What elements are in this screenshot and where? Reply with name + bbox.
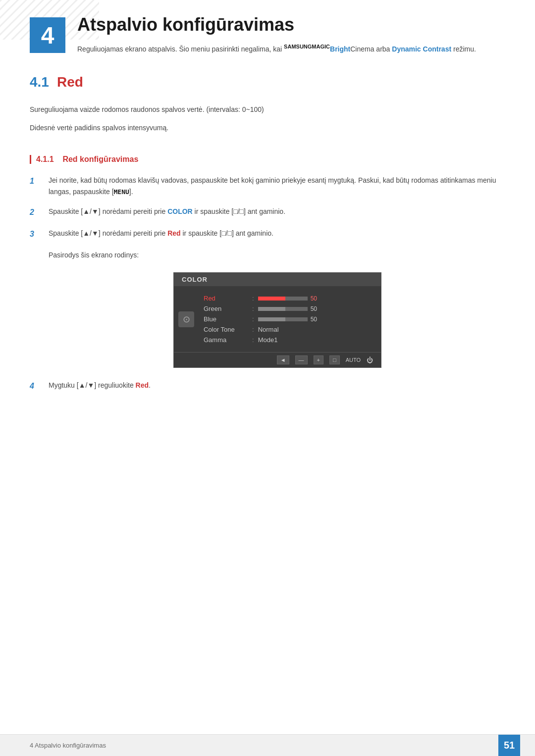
bright-link: Bright bbox=[330, 45, 350, 52]
chapter-desc-part1: Reguliuojamas ekrano atspalvis. Šio meni… bbox=[77, 45, 284, 52]
green-item-name: Green bbox=[204, 305, 248, 312]
section-title: 4.1 Red bbox=[30, 74, 505, 90]
steps-container: 1 Jei norite, kad būtų rodomas klavišų v… bbox=[0, 175, 535, 392]
step-2-text: Spauskite [▲/▼] norėdami pereiti prie CO… bbox=[49, 206, 505, 217]
subsection-number: 4.1.1 bbox=[36, 155, 54, 163]
step-4-text: Mygtuku [▲/▼] reguliuokite Red. bbox=[49, 380, 505, 391]
red-link-step4: Red bbox=[136, 381, 149, 389]
section-body: Sureguliuojama vaizde rodomos raudonos s… bbox=[30, 104, 505, 135]
color-tone-item-name: Color Tone bbox=[204, 326, 248, 333]
blue-item-name: Blue bbox=[204, 315, 248, 323]
subsection-title: 4.1.1 Red konfigūravimas bbox=[30, 155, 505, 164]
color-menu-header: COLOR bbox=[174, 273, 381, 286]
gamma-value: Mode1 bbox=[258, 336, 278, 344]
section-4-1: 4.1 Red Sureguliuojama vaizde rodomos ra… bbox=[0, 54, 535, 135]
brand-samsung: SAMSUNG bbox=[284, 44, 312, 50]
step-2-number: 2 bbox=[30, 206, 45, 219]
color-menu-content: ⊙ Red : 50 bbox=[174, 286, 381, 352]
section-desc-1: Sureguliuojama vaizde rodomos raudonos s… bbox=[30, 104, 505, 116]
chapter-desc-part3: režimu. bbox=[451, 45, 476, 52]
menu-item-color-tone: Color Tone : Normal bbox=[199, 324, 381, 335]
gamma-sep: : bbox=[252, 336, 254, 344]
step-3: 3 Spauskite [▲/▼] norėdami pereiti prie … bbox=[30, 228, 505, 241]
step-1: 1 Jei norite, kad būtų rodomas klavišų v… bbox=[30, 175, 505, 197]
green-bar-fill bbox=[258, 307, 285, 311]
color-menu-icon: ⊙ bbox=[178, 311, 194, 327]
blue-value: 50 bbox=[311, 316, 321, 323]
menu-code: MENU bbox=[114, 188, 129, 196]
blue-bar-bg bbox=[258, 317, 308, 321]
chapter-description: Reguliuojamas ekrano atspalvis. Šio meni… bbox=[77, 43, 505, 54]
red-link-step3: Red bbox=[167, 229, 180, 237]
section-name: Red bbox=[57, 74, 83, 90]
section-desc-2: Didesnė vertė padidins spalvos intensyvu… bbox=[30, 122, 505, 134]
green-value: 50 bbox=[311, 305, 321, 312]
menu-item-gamma: Gamma : Mode1 bbox=[199, 335, 381, 345]
subsection-name: Red konfigūravimas bbox=[62, 155, 138, 163]
red-bar-fill bbox=[258, 297, 285, 301]
color-link: COLOR bbox=[167, 207, 193, 215]
menu-btn-enter: □ bbox=[329, 355, 340, 364]
chapter-desc-part2a: Cinema bbox=[350, 45, 374, 52]
menu-item-green: Green : 50 bbox=[199, 303, 381, 314]
red-bar-area: 50 bbox=[258, 295, 321, 302]
screenshot-wrapper: COLOR ⊙ Red : 50 bbox=[50, 272, 505, 368]
chapter-title-block: Atspalvio konfigūravimas Reguliuojamas e… bbox=[77, 15, 505, 54]
menu-item-blue: Blue : 50 bbox=[199, 314, 381, 324]
footer-right: 51 bbox=[498, 735, 520, 756]
chapter-number: 4 bbox=[30, 17, 65, 53]
blue-sep: : bbox=[252, 315, 254, 323]
step-3-number: 3 bbox=[30, 228, 45, 241]
menu-btn-plus: + bbox=[314, 355, 323, 364]
section-number: 4.1 bbox=[30, 74, 49, 90]
blue-bar-fill bbox=[258, 317, 285, 321]
menu-icon-col: ⊙ bbox=[174, 291, 199, 347]
red-bar-bg bbox=[258, 297, 308, 301]
step-1-number: 1 bbox=[30, 175, 45, 188]
red-value: 50 bbox=[311, 295, 321, 302]
blue-bar-area: 50 bbox=[258, 316, 321, 323]
brand-magic: MAGIC bbox=[312, 44, 330, 50]
menu-item-red: Red : 50 bbox=[199, 293, 381, 303]
menu-bottom-bar: ◄ — + □ AUTO ⏻ bbox=[174, 352, 381, 367]
step-2: 2 Spauskite [▲/▼] norėdami pereiti prie … bbox=[30, 206, 505, 219]
subsection-4-1-1: 4.1.1 Red konfigūravimas bbox=[0, 141, 535, 164]
step-4: 4 Mygtuku [▲/▼] reguliuokite Red. bbox=[30, 380, 505, 393]
menu-items-col: Red : 50 Green : bbox=[199, 291, 381, 347]
step-1-text: Jei norite, kad būtų rodomas klavišų vad… bbox=[49, 175, 505, 197]
footer-page-number: 51 bbox=[498, 735, 520, 756]
green-sep: : bbox=[252, 305, 254, 312]
menu-btn-minus: — bbox=[295, 355, 308, 364]
step-4-number: 4 bbox=[30, 380, 45, 393]
green-bar-bg bbox=[258, 307, 308, 311]
red-sep: : bbox=[252, 295, 254, 302]
step-3-text: Spauskite [▲/▼] norėdami pereiti prie Re… bbox=[49, 228, 505, 239]
menu-btn-auto: AUTO bbox=[346, 357, 361, 363]
chapter-title: Atspalvio konfigūravimas bbox=[77, 15, 505, 35]
color-tone-value: Normal bbox=[258, 326, 279, 333]
color-tone-sep: : bbox=[252, 326, 254, 333]
dynamic-contrast-link: Dynamic Contrast bbox=[392, 45, 451, 52]
menu-btn-power: ⏻ bbox=[367, 356, 373, 364]
red-item-name: Red bbox=[204, 295, 248, 302]
green-bar-area: 50 bbox=[258, 305, 321, 312]
page-footer: 4 Atspalvio konfigūravimas 51 bbox=[0, 734, 535, 756]
color-menu: COLOR ⊙ Red : 50 bbox=[173, 272, 381, 368]
menu-btn-left: ◄ bbox=[277, 355, 289, 364]
step-3-indent: Pasirodys šis ekrano rodinys: bbox=[49, 250, 505, 260]
footer-chapter-text: 4 Atspalvio konfigūravimas bbox=[15, 742, 498, 749]
gamma-item-name: Gamma bbox=[204, 336, 248, 344]
chapter-desc-part2: arba bbox=[374, 45, 392, 52]
chapter-header: 4 Atspalvio konfigūravimas Reguliuojamas… bbox=[0, 0, 535, 54]
